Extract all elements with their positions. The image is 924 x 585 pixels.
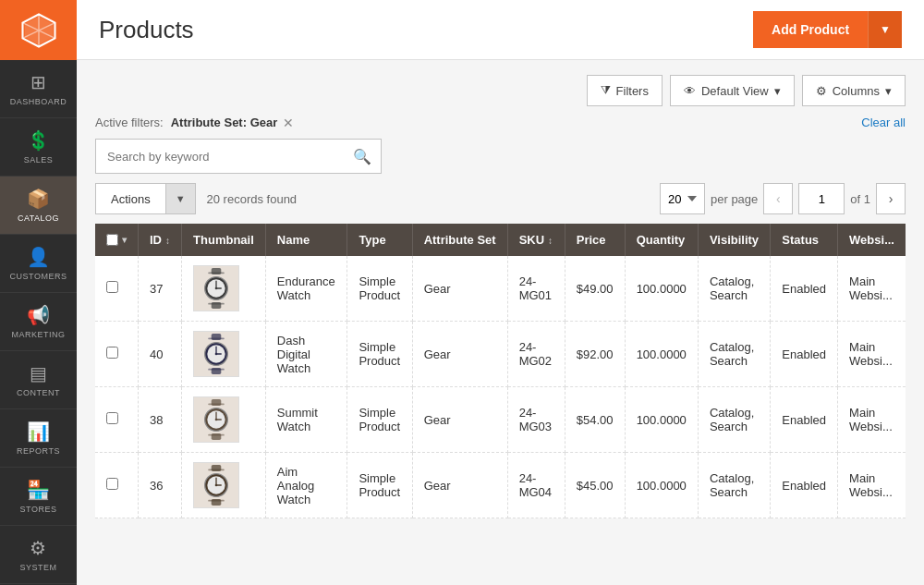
svg-rect-29 [208, 469, 225, 470]
sales-icon: 💲 [27, 129, 51, 152]
row-visibility: Catalog, Search [698, 453, 770, 518]
svg-point-26 [215, 419, 218, 421]
row-attribute-set: Gear [412, 387, 507, 453]
table-row: 36 Aim Analog Watch Simple Product Gear … [95, 453, 906, 518]
row-checkbox-cell[interactable] [95, 322, 139, 387]
row-website: Main Websi... [838, 387, 906, 453]
svg-point-8 [215, 287, 218, 290]
sidebar-item-catalog[interactable]: 📦 CATALOG [0, 177, 77, 235]
col-status[interactable]: Status [771, 224, 838, 256]
sidebar-item-content[interactable]: ▤ CONTENT [0, 351, 77, 409]
logo[interactable] [0, 0, 77, 60]
row-attribute-set: Gear [412, 453, 507, 518]
select-all-header[interactable]: ▾ [95, 224, 139, 256]
sidebar-item-customers[interactable]: 👤 CUSTOMERS [0, 235, 77, 293]
select-all-checkbox[interactable] [106, 234, 118, 246]
col-id[interactable]: ID↕ [139, 224, 182, 256]
svg-rect-21 [208, 434, 225, 436]
svg-point-17 [215, 353, 218, 356]
col-sku[interactable]: SKU↕ [507, 224, 565, 256]
default-view-button[interactable]: 👁 Default View ▾ [670, 75, 795, 106]
row-website: Main Websi... [838, 322, 906, 387]
sidebar-item-label: REPORTS [17, 446, 60, 456]
page-total: of 1 [850, 192, 870, 206]
sidebar-item-label: SALES [24, 155, 54, 165]
row-attribute-set: Gear [412, 256, 507, 322]
products-table: ▾ ID↕ Thumbnail Name Type Attribute Set … [95, 224, 906, 518]
active-filters-label: Active filters: [95, 116, 164, 129]
sidebar-item-system[interactable]: ⚙ SYSTEM [0, 526, 77, 584]
page-number-input[interactable] [798, 183, 845, 214]
table-row: 40 Dash Digital Watch Simple Product Gea… [95, 322, 906, 387]
search-icon: 🔍 [353, 149, 371, 165]
add-product-dropdown-button[interactable]: ▼ [868, 11, 902, 48]
col-website[interactable]: Websi... [838, 224, 906, 256]
actions-main-button[interactable]: Actions [95, 183, 165, 214]
add-product-button[interactable]: Add Product [753, 11, 868, 48]
actions-arrow-button[interactable]: ▼ [165, 183, 196, 214]
row-visibility: Catalog, Search [698, 322, 770, 387]
sidebar-item-label: CATALOG [18, 213, 59, 223]
prev-page-button[interactable]: ‹ [763, 183, 793, 214]
row-visibility: Catalog, Search [698, 387, 770, 453]
sidebar-item-stores[interactable]: 🏪 STORES [0, 468, 77, 526]
row-status: Enabled [771, 387, 838, 453]
row-checkbox-cell[interactable] [95, 453, 139, 518]
clear-all-button[interactable]: Clear all [861, 116, 906, 129]
svg-rect-12 [208, 369, 225, 371]
col-type[interactable]: Type [347, 224, 412, 256]
row-name: Aim Analog Watch [265, 453, 347, 518]
svg-rect-3 [208, 303, 225, 305]
row-type: Simple Product [347, 387, 412, 453]
row-name: Endurance Watch [265, 256, 347, 322]
filter-icon: ⧩ [601, 83, 611, 98]
row-checkbox[interactable] [106, 412, 118, 424]
sidebar-item-marketing[interactable]: 📢 MARKETING [0, 293, 77, 351]
col-attribute-set[interactable]: Attribute Set [412, 224, 507, 256]
gear-icon: ⚙ [816, 84, 827, 98]
row-quantity: 100.0000 [625, 322, 698, 387]
svg-rect-11 [208, 337, 225, 339]
col-visibility[interactable]: Visibility [698, 224, 770, 256]
eye-icon: 👁 [684, 84, 696, 98]
col-price[interactable]: Price [565, 224, 625, 256]
row-id: 36 [139, 453, 182, 518]
row-thumbnail [182, 322, 266, 387]
toolbar-top: ⧩ Filters 👁 Default View ▾ ⚙ Columns ▾ [95, 75, 906, 106]
col-name[interactable]: Name [265, 224, 347, 256]
page-header: Products Add Product ▼ [77, 0, 924, 60]
row-type: Simple Product [347, 256, 412, 322]
svg-point-35 [215, 484, 218, 487]
row-website: Main Websi... [838, 453, 906, 518]
row-checkbox-cell[interactable] [95, 387, 139, 453]
sidebar-item-label: CUSTOMERS [10, 272, 67, 281]
sidebar-item-reports[interactable]: 📊 REPORTS [0, 409, 77, 468]
sidebar-item-sales[interactable]: 💲 SALES [0, 118, 77, 177]
main-area: Products Add Product ▼ ⧩ Filters 👁 Defau… [77, 0, 924, 585]
per-page-select[interactable]: 20 30 50 [660, 183, 705, 214]
table-row: 37 Endurance Watch Simple Product Gear 2… [95, 256, 906, 322]
sidebar-item-label: STORES [20, 505, 57, 514]
search-button[interactable]: 🔍 [344, 148, 381, 165]
sidebar-item-dashboard[interactable]: ⊞ DASHBOARD [0, 60, 77, 118]
row-checkbox[interactable] [106, 347, 118, 359]
row-checkbox[interactable] [106, 478, 118, 490]
row-sku: 24-MG02 [507, 322, 565, 387]
filters-button[interactable]: ⧩ Filters [587, 75, 663, 106]
row-checkbox[interactable] [106, 281, 118, 293]
columns-button[interactable]: ⚙ Columns ▾ [802, 75, 906, 106]
row-price: $45.00 [565, 453, 625, 518]
col-thumbnail: Thumbnail [182, 224, 266, 256]
row-checkbox-cell[interactable] [95, 256, 139, 322]
row-thumbnail [182, 453, 266, 518]
customers-icon: 👤 [27, 246, 51, 268]
row-type: Simple Product [347, 322, 412, 387]
search-input[interactable] [96, 150, 344, 164]
dashboard-icon: ⊞ [30, 71, 47, 93]
filter-tag: Attribute Set: Gear ✕ [171, 116, 297, 129]
row-visibility: Catalog, Search [698, 256, 770, 322]
row-attribute-set: Gear [412, 322, 507, 387]
next-page-button[interactable]: › [876, 183, 906, 214]
col-quantity[interactable]: Quantity [625, 224, 698, 256]
filter-remove-button[interactable]: ✕ [281, 116, 296, 129]
